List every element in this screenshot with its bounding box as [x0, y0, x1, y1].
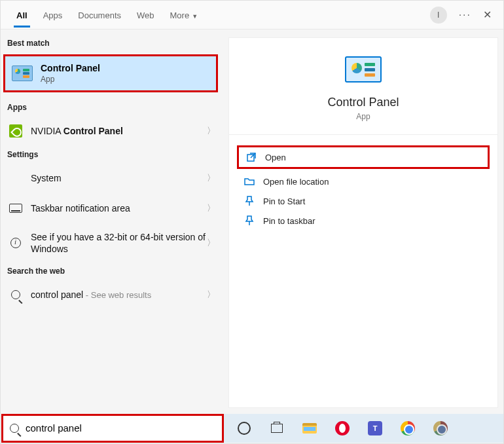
open-icon	[244, 152, 259, 162]
control-panel-icon-large	[345, 56, 382, 83]
chevron-down-icon: ▼	[192, 13, 198, 20]
setting-system-type[interactable]: See if you have a 32-bit or 64-bit versi…	[1, 223, 223, 263]
chrome-icon	[401, 421, 415, 435]
web-result[interactable]: control panel - See web results 〉	[1, 280, 223, 310]
best-match-label: Best match	[1, 35, 223, 52]
search-web-label: Search the web	[1, 263, 223, 280]
file-explorer-button[interactable]	[301, 420, 318, 437]
app-result-nvidia[interactable]: NVIDIA Control Panel 〉	[1, 116, 223, 146]
preview-title: Control Panel	[327, 96, 399, 109]
bottom-row: T	[1, 413, 503, 443]
search-input[interactable]	[26, 422, 215, 434]
preview-pane: Control Panel App Open Open file locatio…	[228, 37, 498, 408]
chevron-right-icon: 〉	[207, 289, 215, 301]
file-explorer-icon	[302, 423, 317, 434]
chevron-right-icon: 〉	[207, 202, 215, 214]
action-pin-to-taskbar[interactable]: Pin to taskbar	[237, 211, 490, 231]
opera-button[interactable]	[334, 420, 351, 437]
close-button[interactable]: ✕	[483, 9, 492, 21]
nvidia-icon	[9, 124, 22, 138]
search-icon	[11, 290, 20, 299]
teams-icon: T	[368, 421, 382, 435]
best-match-subtitle: App	[41, 75, 100, 84]
info-icon	[10, 238, 21, 248]
chrome-icon	[433, 421, 448, 435]
pin-icon	[242, 215, 257, 226]
opera-icon	[335, 421, 350, 435]
action-open-file-location[interactable]: Open file location	[237, 172, 490, 191]
tab-more[interactable]: More▼	[162, 3, 206, 27]
tab-all[interactable]: All	[9, 3, 35, 27]
cortana-icon	[238, 422, 251, 435]
taskbar: T	[224, 414, 503, 443]
user-avatar[interactable]: I	[430, 7, 447, 24]
control-panel-icon	[12, 65, 33, 81]
search-tabs: All Apps Documents Web More▼ I ··· ✕	[1, 1, 503, 29]
task-view-icon	[271, 424, 283, 433]
tab-apps[interactable]: Apps	[35, 3, 71, 27]
action-open[interactable]: Open	[237, 145, 490, 169]
chevron-right-icon: 〉	[207, 125, 215, 137]
more-options-icon[interactable]: ···	[459, 9, 471, 21]
search-box[interactable]	[1, 414, 224, 443]
preview-subtitle: App	[356, 112, 370, 121]
chrome-button[interactable]	[399, 420, 416, 437]
taskbar-icon	[9, 204, 22, 213]
search-icon	[10, 424, 19, 433]
pin-icon	[242, 196, 257, 206]
task-view-button[interactable]	[268, 420, 285, 437]
teams-button[interactable]: T	[367, 420, 384, 437]
settings-label: Settings	[1, 146, 223, 163]
results-pane: Best match Control Panel App Apps NVIDIA…	[1, 29, 223, 413]
best-match-result[interactable]: Control Panel App	[3, 54, 218, 92]
best-match-title: Control Panel	[41, 63, 100, 73]
tab-documents[interactable]: Documents	[70, 3, 129, 27]
chevron-right-icon: 〉	[207, 237, 215, 249]
tab-web[interactable]: Web	[129, 3, 162, 27]
chevron-right-icon: 〉	[207, 172, 215, 184]
apps-label: Apps	[1, 99, 223, 116]
setting-system[interactable]: System 〉	[1, 163, 223, 193]
folder-icon	[242, 176, 257, 187]
setting-taskbar-notification[interactable]: Taskbar notification area 〉	[1, 193, 223, 223]
cortana-button[interactable]	[236, 420, 253, 437]
chrome-alt-button[interactable]	[432, 420, 449, 437]
action-pin-to-start[interactable]: Pin to Start	[237, 191, 490, 211]
